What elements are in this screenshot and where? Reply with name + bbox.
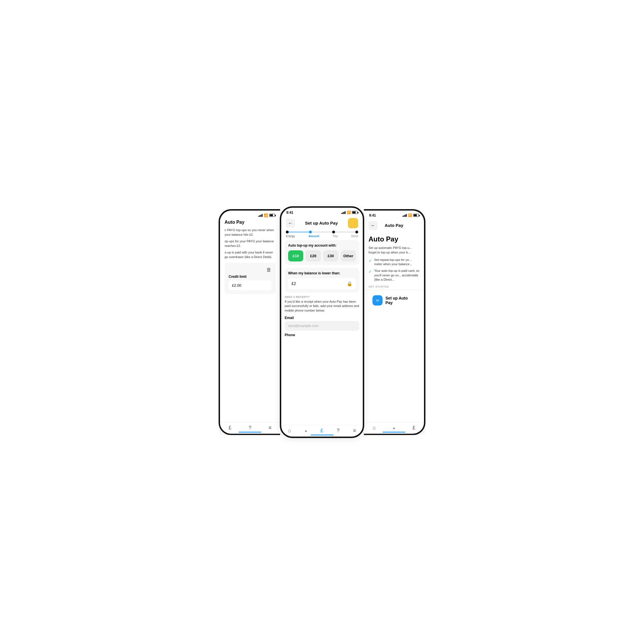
- left-status-bar: 📶: [220, 211, 280, 219]
- nav-menu-icon[interactable]: ≡: [269, 425, 272, 431]
- topup-section: Auto top-up my account with: £10 £20 £30…: [285, 240, 359, 265]
- email-label: Email: [285, 316, 359, 320]
- receipt-heading: NEED A RECEIPT?: [285, 296, 359, 298]
- nav-menu-center-icon[interactable]: ≡: [353, 428, 356, 434]
- step-line-2: [312, 232, 332, 232]
- right-check-1-text: Set repeat top-ups for yo... meter when …: [374, 258, 419, 267]
- center-status-bar: 9:41 🛜: [281, 208, 363, 216]
- nav-help-center-icon[interactable]: ?: [337, 428, 340, 434]
- nav-currency-icon[interactable]: £: [229, 425, 231, 431]
- step-dot-done: [355, 231, 358, 233]
- nav-home-icon[interactable]: ⌂: [288, 428, 291, 434]
- phone-label: Phone: [285, 333, 359, 337]
- balance-row: £2 🔒: [288, 278, 356, 289]
- nav-help-icon[interactable]: ?: [249, 425, 251, 431]
- balance-value: £2: [292, 281, 296, 286]
- left-header-title: Auto Pay: [225, 220, 276, 225]
- right-main-title: Auto Pay: [368, 235, 419, 243]
- right-nav-activity-icon[interactable]: ⬥: [393, 425, 395, 430]
- step-line-3: [335, 232, 355, 232]
- email-input[interactable]: sam@example.com: [285, 321, 359, 331]
- amount-btn-30[interactable]: £30: [323, 250, 338, 261]
- right-phone: 9:41 🛜 ← Auto Pay Auto Pay Set up automa…: [364, 209, 425, 435]
- lightning-button[interactable]: ⚡: [348, 218, 358, 228]
- step-dot-pay: [332, 231, 335, 233]
- lightning-icon: ⚡: [350, 220, 356, 226]
- step-label-done: Done: [351, 235, 358, 238]
- right-back-button[interactable]: ←: [368, 221, 378, 230]
- right-back-icon: ←: [371, 223, 375, 228]
- balance-section: When my balance is lower than: £2 🔒: [285, 268, 359, 293]
- nav-activity-icon[interactable]: ⬥: [305, 428, 307, 433]
- step-dot-amount: [309, 231, 312, 233]
- right-bottom-nav: ⌂ ⬥ £: [364, 422, 424, 434]
- right-check-1: ✓ Set repeat top-ups for yo... meter whe…: [368, 258, 419, 267]
- progress-bar-container: Energy Amount Pay Done: [281, 231, 363, 240]
- nav-bill-icon[interactable]: £: [320, 428, 323, 434]
- center-bottom-nav: ⌂ ⬥ £ ? ≡: [281, 425, 363, 437]
- right-header-title: Auto Pay: [385, 223, 403, 228]
- left-bottom-nav: £ ? ≡: [220, 422, 280, 434]
- balance-label: When my balance is lower than:: [288, 271, 356, 275]
- back-icon: ←: [288, 221, 293, 226]
- setup-autopay-button[interactable]: ∞ Set up Auto Pay: [368, 292, 419, 308]
- left-desc-2: op-ups for your PAYG your balance reache…: [225, 239, 276, 248]
- center-header-title: Set up Auto Pay: [305, 221, 338, 225]
- step-label-energy: Energy: [286, 235, 295, 238]
- checkmark-icon-2: ✓: [368, 269, 372, 275]
- right-time: 9:41: [369, 213, 376, 217]
- topup-label: Auto top-up my account with:: [288, 243, 356, 247]
- step-label-pay: Pay: [333, 235, 338, 238]
- delete-icon[interactable]: 🗑: [229, 267, 272, 273]
- back-button[interactable]: ←: [286, 219, 295, 228]
- credit-amount: £2.00: [232, 283, 241, 288]
- get-started-label: GET STARTED: [364, 285, 424, 288]
- credit-limit-label: Credit limit: [229, 275, 272, 279]
- amount-btn-20[interactable]: £20: [306, 250, 321, 261]
- step-line-1: [289, 232, 309, 232]
- step-dot-energy: [286, 231, 289, 233]
- right-content: Auto Pay Set up automatic PAYG top-u... …: [364, 232, 424, 422]
- left-desc-3: o-up is paid with your bank ll never go …: [225, 250, 276, 259]
- left-phone: 📶 Auto Pay c PAYG top-ups so you never w…: [219, 209, 280, 435]
- setup-btn-label: Set up Auto Pay: [385, 296, 415, 305]
- lock-icon: 🔒: [347, 281, 352, 286]
- right-nav-currency-icon[interactable]: £: [413, 425, 415, 431]
- right-check-2-text: Your auto top-up is paid card, so you'll…: [374, 269, 419, 282]
- right-checks-list: ✓ Set repeat top-ups for yo... meter whe…: [368, 258, 419, 282]
- right-desc: Set up automatic PAYG top-u... forget to…: [368, 245, 419, 255]
- checkmark-icon-1: ✓: [368, 258, 372, 264]
- left-desc-1: c PAYG top-ups so you never when your ba…: [225, 228, 276, 237]
- amount-btn-other[interactable]: Other: [341, 250, 356, 261]
- right-check-2: ✓ Your auto top-up is paid card, so you'…: [368, 269, 419, 282]
- center-time: 9:41: [286, 211, 293, 215]
- amount-btn-10[interactable]: £10: [288, 250, 303, 261]
- phone-field-group: Phone: [285, 333, 359, 337]
- amount-buttons-group: £10 £20 £30 Other: [288, 250, 356, 261]
- receipt-description: If you'd like a receipt when your Auto P…: [285, 300, 359, 313]
- center-phone: 9:41 🛜 ← Set up Auto Pay ⚡: [280, 206, 364, 438]
- right-status-bar: 9:41 🛜: [364, 211, 424, 219]
- email-field-group: Email sam@example.com: [285, 316, 359, 331]
- infinity-icon: ∞: [372, 295, 383, 306]
- receipt-section: NEED A RECEIPT? If you'd like a receipt …: [281, 296, 363, 337]
- step-label-amount: Amount: [308, 235, 319, 238]
- center-header: ← Set up Auto Pay ⚡: [281, 216, 363, 231]
- right-nav-home-icon[interactable]: ⌂: [372, 425, 376, 431]
- right-header: ← Auto Pay: [364, 219, 424, 232]
